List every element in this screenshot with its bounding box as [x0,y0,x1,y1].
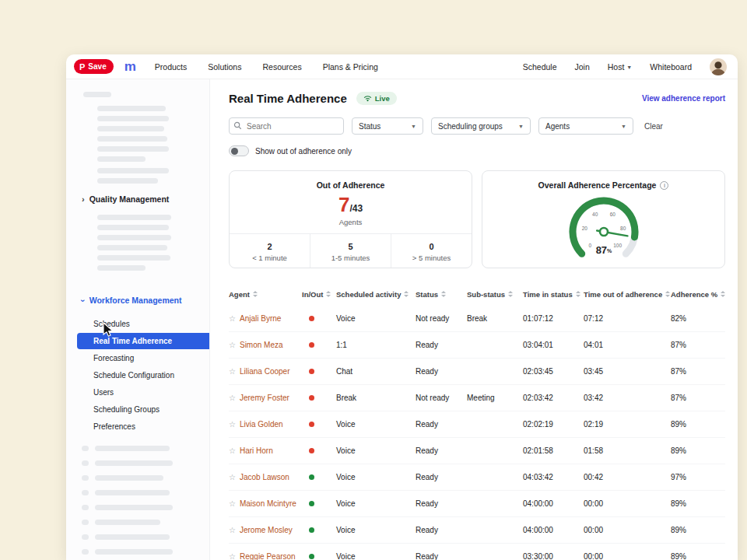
star-icon[interactable]: ☆ [229,526,236,534]
nav-item-join[interactable]: Join [575,62,590,72]
star-icon[interactable]: ☆ [229,473,236,481]
nav-item-whiteboard[interactable]: Whiteboard [650,62,692,72]
out-of-adherence-toggle[interactable] [229,145,249,156]
sidebar-item-schedule-configuration[interactable]: Schedule Configuration [66,367,209,383]
table-row[interactable]: ☆ Jacob Lawson Voice Ready 04:03:42 00:4… [229,464,725,491]
agent-link[interactable]: Jeremy Foster [240,394,289,402]
sidebar-item-users[interactable]: Users [66,384,209,401]
sidebar-item-forecasting[interactable]: Forecasting [66,350,209,366]
skeleton-bar [97,215,171,220]
agent-link[interactable]: Anjali Byrne [240,314,281,323]
nav-item-plans-pricing[interactable]: Plans & Pricing [323,62,378,72]
table-row[interactable]: ☆ Liliana Cooper Chat Ready 02:03:45 03:… [229,359,725,385]
sidebar-item-scheduling-groups[interactable]: Scheduling Groups [66,401,209,418]
avatar[interactable] [710,58,727,75]
table-row[interactable]: ☆ Livia Golden Voice Ready 02:02:19 02:1… [229,411,725,438]
gauge-tick-label: 40 [592,212,598,217]
table-row[interactable]: ☆ Jerome Mosley Voice Ready 04:00:00 00:… [229,517,725,544]
scheduled-activity-cell: Voice [336,446,416,455]
sidebar-item-workforce-management[interactable]: › Workforce Management [66,291,209,310]
agent-link[interactable]: Jerome Mosley [240,526,293,534]
agent-link[interactable]: Jacob Lawson [240,473,289,481]
inout-status-dot [309,395,314,401]
agent-link[interactable]: Hari Horn [240,446,273,455]
star-icon[interactable]: ☆ [229,499,236,508]
search-input[interactable] [229,117,344,135]
column-header[interactable]: Sub-status [467,290,523,299]
column-header[interactable]: In/Out [302,290,336,299]
status-dropdown[interactable]: Status ▼ [352,117,423,135]
column-header[interactable]: Adherence % [671,290,725,299]
star-icon[interactable]: ☆ [229,552,236,560]
agent-link[interactable]: Liliana Cooper [240,367,290,376]
scheduled-activity-cell: Voice [336,314,416,323]
view-adherence-report-link[interactable]: View adherence report [642,94,725,103]
agent-link[interactable]: Simon Meza [240,341,283,349]
star-icon[interactable]: ☆ [229,394,236,402]
star-icon[interactable]: ☆ [229,314,236,323]
sort-icon [576,291,580,297]
time-out-of-adherence-cell: 03:42 [584,394,671,402]
nav-item-solutions[interactable]: Solutions [208,62,241,72]
adherence-gauge: 020406080100 87% [538,190,670,268]
table-row[interactable]: ☆ Maison Mcintyre Voice Ready 04:00:00 0… [229,491,725,517]
pinterest-save-button[interactable]: P Save [74,59,114,74]
time-in-status-cell: 02:03:45 [523,367,584,376]
table-row[interactable]: ☆ Hari Horn Voice Ready 02:01:58 01:58 8… [229,438,725,464]
inout-status-dot [309,342,314,348]
column-header[interactable]: Time in status [523,290,584,299]
column-header[interactable]: Scheduled activity [336,290,416,299]
column-header[interactable]: Time out of adherence [584,290,671,299]
star-icon[interactable]: ☆ [229,367,236,376]
time-out-of-adherence-cell: 00:00 [584,552,671,560]
agents-dropdown[interactable]: Agents ▼ [538,117,633,135]
sidebar-item-preferences[interactable]: Preferences [66,418,209,435]
inout-status-dot [309,501,314,506]
out-of-adherence-card: Out of Adherence 7/43 Agents 2 < 1 minut… [229,170,472,268]
time-in-status-cell: 04:00:00 [523,526,584,534]
nav-item-products[interactable]: Products [155,62,187,72]
sort-icon [326,291,331,297]
table-row[interactable]: ☆ Reggie Pearson Voice Ready 03:30:00 00… [229,544,725,560]
skeleton-row [82,460,209,466]
gauge-tick-label: 60 [609,212,615,217]
scheduled-activity-cell: Voice [336,499,416,508]
gauge-tick-label: 80 [620,226,626,231]
table-row[interactable]: ☆ Jeremy Foster Break Not ready Meeting … [229,385,725,411]
scheduling-groups-dropdown[interactable]: Scheduling groups ▼ [431,117,531,135]
clear-filters-button[interactable]: Clear [644,122,663,131]
table-row[interactable]: ☆ Simon Meza 1:1 Ready 03:04:01 04:01 87… [229,332,725,359]
skeleton-row [82,520,209,525]
column-header[interactable]: Agent [229,290,302,299]
card-title: Overall Adherence Percentage [538,180,657,190]
star-icon[interactable]: ☆ [229,420,236,429]
nav-right: Schedule Join Host▼ Whiteboard [523,58,727,75]
agent-link[interactable]: Livia Golden [240,420,283,429]
column-header[interactable]: Status [416,290,467,299]
top-navigation: P Save m Products Solutions Resources Pl… [66,54,738,79]
sidebar-item-quality-management[interactable]: › Quality Management [66,190,209,208]
nav-item-resources[interactable]: Resources [262,62,301,72]
skeleton-bar [97,106,166,111]
app-logo[interactable]: m [124,60,136,73]
adherence-cell: 87% [671,341,725,349]
overall-adherence-card: Overall Adherence Percentage i 020406080… [482,170,725,268]
skeleton-row [82,534,209,540]
breakdown-under-1-minute: 2 < 1 minute [230,234,310,268]
sidebar-item-real-time-adherence[interactable]: Real Time Adherence [77,333,209,349]
star-icon[interactable]: ☆ [229,341,236,349]
info-icon[interactable]: i [660,181,668,190]
star-icon[interactable]: ☆ [229,446,236,455]
skeleton-row [82,475,209,481]
table-row[interactable]: ☆ Anjali Byrne Voice Not ready Break 01:… [229,306,725,332]
skeleton-bar [97,146,169,152]
sidebar-item-schedules[interactable]: Schedules [66,316,209,332]
agent-link[interactable]: Reggie Pearson [240,552,296,560]
status-cell: Ready [416,552,467,560]
chevron-right-icon: › [82,195,85,204]
nav-item-host[interactable]: Host▼ [608,62,633,72]
nav-item-schedule[interactable]: Schedule [523,62,557,72]
breakdown-1-5-minutes: 5 1-5 minutes [310,234,391,268]
agent-link[interactable]: Maison Mcintyre [240,499,296,508]
time-out-of-adherence-cell: 02:19 [584,420,671,429]
